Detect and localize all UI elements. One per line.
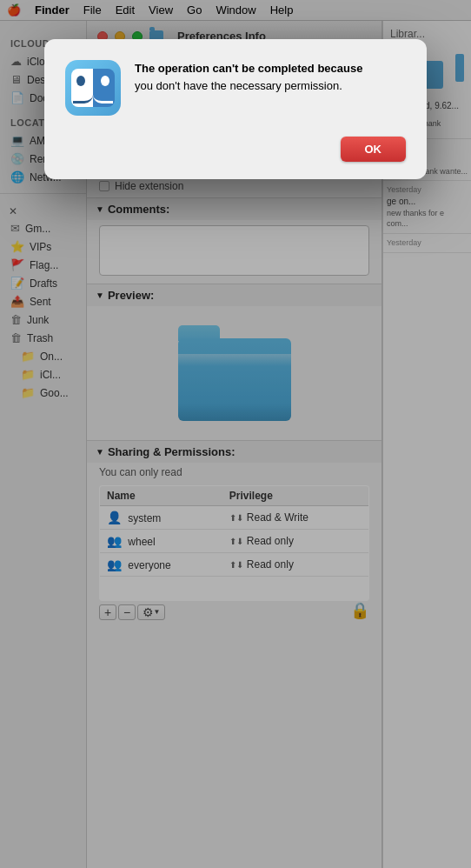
modal-message-line2: you don't have the necessary permission. [135,79,342,92]
modal-text-area: The operation can't be completed because… [135,60,406,94]
finder-app-icon [65,60,121,116]
modal-overlay: The operation can't be completed because… [0,0,471,868]
modal-footer: OK [44,130,427,179]
modal-body: The operation can't be completed because… [44,39,427,130]
modal-message: The operation can't be completed because… [135,60,406,94]
ok-button[interactable]: OK [341,137,407,162]
modal-dialog: The operation can't be completed because… [44,39,427,179]
modal-message-strong: The operation can't be completed because [135,62,362,75]
